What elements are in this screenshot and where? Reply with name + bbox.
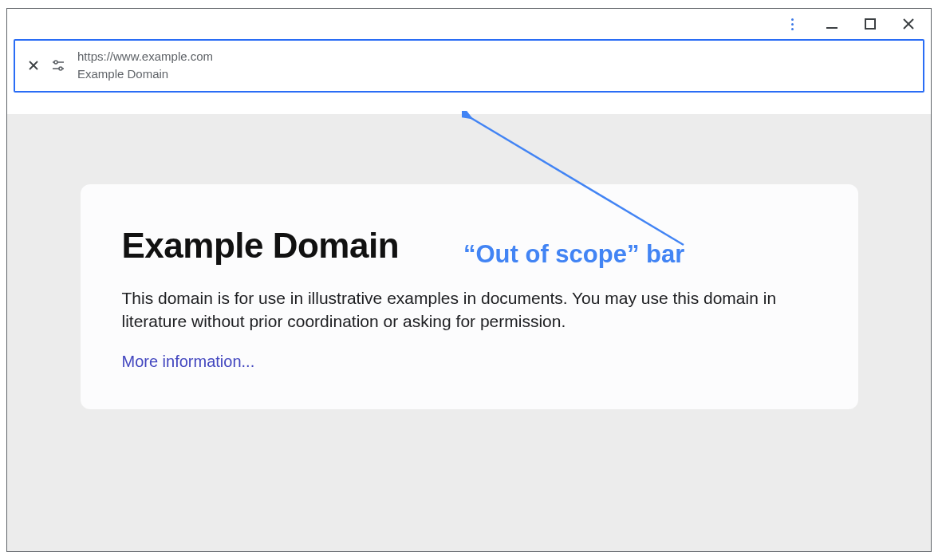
- minimize-button[interactable]: [824, 16, 840, 32]
- address-bar[interactable]: https://www.example.com Example Domain: [14, 39, 924, 93]
- content-card: Example Domain This domain is for use in…: [81, 184, 858, 409]
- address-url: https://www.example.com: [77, 49, 213, 65]
- viewport: Example Domain This domain is for use in…: [7, 114, 931, 551]
- address-text: https://www.example.com Example Domain: [77, 49, 213, 83]
- svg-point-9: [59, 67, 62, 70]
- maximize-button[interactable]: [862, 16, 878, 32]
- close-icon[interactable]: [28, 60, 39, 71]
- page-body-text: This domain is for use in illustrative e…: [122, 286, 817, 333]
- svg-point-7: [54, 61, 57, 64]
- browser-window: https://www.example.com Example Domain E…: [6, 8, 932, 552]
- close-window-button[interactable]: [901, 16, 916, 32]
- svg-rect-1: [865, 19, 875, 29]
- address-page-title: Example Domain: [77, 66, 213, 82]
- kebab-menu-icon[interactable]: [786, 18, 798, 30]
- more-information-link[interactable]: More information...: [122, 353, 255, 370]
- annotation-label: “Out of scope” bar: [463, 240, 684, 269]
- tune-icon[interactable]: [50, 57, 66, 73]
- window-titlebar: [7, 9, 931, 39]
